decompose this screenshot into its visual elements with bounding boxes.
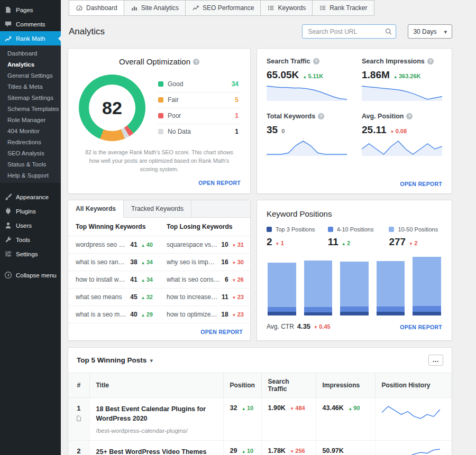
- winning-keyword-item[interactable]: how to install wordp... 41 34: [68, 271, 159, 288]
- winning-keyword-item[interactable]: what is a seo mana... 40 29: [68, 306, 159, 323]
- line-chart-icon: [192, 4, 199, 12]
- sidebar-item-tools[interactable]: Tools: [0, 233, 61, 247]
- metric-value: 25.11: [362, 124, 387, 136]
- sidebar-item-comments[interactable]: Comments: [0, 17, 61, 31]
- post-title-link[interactable]: 18 Best Event Calendar Plugins for WordP…: [96, 404, 217, 423]
- submenu-item-analytics[interactable]: Analytics: [0, 59, 61, 70]
- winning-keyword-item[interactable]: what seo means 45 32: [68, 289, 159, 305]
- winning-keyword-item[interactable]: wordpress seo servi... 41 40: [68, 236, 159, 253]
- tab-seo-performance[interactable]: SEO Performance: [186, 0, 261, 16]
- submenu-item-status-tools[interactable]: Status & Tools: [0, 159, 61, 170]
- losing-keyword-item[interactable]: how to optimize seo 18 23: [159, 306, 250, 323]
- chevron-down-icon: [444, 28, 447, 35]
- collapse-menu-button[interactable]: Collapse menu: [0, 268, 61, 282]
- col-header-impressions: Impressions: [316, 373, 375, 398]
- keyword-delta: 29: [141, 311, 153, 318]
- keyword-delta: 23: [232, 311, 244, 318]
- keyword-delta: 34: [141, 276, 153, 283]
- position-bar[interactable]: [377, 261, 405, 315]
- submenu-item-general-settings[interactable]: General Settings: [0, 70, 61, 81]
- keyword-positions-bar-chart: [267, 256, 442, 315]
- chart-description: 82 is the average Rank Math's SEO score.…: [78, 148, 241, 173]
- search-icon[interactable]: [385, 27, 392, 35]
- sidebar-item-settings[interactable]: Settings: [0, 247, 61, 261]
- position-bar[interactable]: [413, 257, 441, 315]
- tab-label: SEO Performance: [203, 4, 254, 12]
- metric-delta: 0.08: [390, 128, 407, 134]
- submenu-item-redirections[interactable]: Redirections: [0, 136, 61, 147]
- metric-label: Total Keywords: [267, 113, 315, 120]
- legend-row-no-data: No Data 1: [157, 124, 240, 140]
- winning-posts-title: Top 5 Winning Posts: [77, 356, 147, 364]
- tab-dashboard[interactable]: Dashboard: [69, 0, 124, 16]
- help-icon[interactable]: [193, 59, 199, 65]
- sparkline-chart: [267, 139, 347, 156]
- sidebar-item-plugins[interactable]: Plugins: [0, 204, 61, 218]
- help-icon[interactable]: [427, 58, 434, 64]
- sidebar-item-rank-math[interactable]: Rank Math: [0, 31, 61, 45]
- seo-score-value: 82: [79, 75, 145, 141]
- legend-label: 4-10 Positions: [337, 226, 374, 233]
- submenu-item-sitemap-settings[interactable]: Sitemap Settings: [0, 92, 61, 103]
- help-icon[interactable]: [313, 58, 319, 64]
- position-bar[interactable]: [304, 261, 333, 315]
- search-input[interactable]: [302, 24, 396, 39]
- open-report-link[interactable]: OPEN REPORT: [400, 324, 442, 330]
- sidebar-item-label: Pages: [16, 7, 33, 13]
- position-bar[interactable]: [268, 263, 296, 315]
- help-icon[interactable]: [406, 113, 413, 119]
- sidebar-item-pages[interactable]: Pages: [0, 3, 61, 17]
- legend-value: 1: [235, 128, 239, 135]
- tab-rank-tracker[interactable]: Rank Tracker: [313, 0, 374, 16]
- open-report-link[interactable]: OPEN REPORT: [400, 181, 442, 187]
- date-range-select[interactable]: 30 Days: [408, 24, 452, 39]
- submenu-item-dashboard[interactable]: Dashboard: [0, 48, 61, 59]
- losing-keyword-item[interactable]: why seo is importan... 16 30: [159, 254, 250, 271]
- app-window: Pages Comments Rank Math Dashboard Analy…: [0, 0, 476, 455]
- post-traffic: 1.78K: [268, 447, 286, 454]
- losing-keyword-item[interactable]: squarespace vs wor... 10 31: [159, 236, 250, 253]
- keyword-position: 41: [130, 276, 137, 283]
- winning-keyword-item[interactable]: what is seo ranking 38 34: [68, 254, 159, 271]
- post-title-link[interactable]: 25+ Best WordPress Video Themes for 2020…: [96, 447, 217, 455]
- keyword-position: 40: [130, 311, 137, 318]
- submenu-item-titles-meta[interactable]: Titles & Meta: [0, 81, 61, 92]
- help-icon[interactable]: [318, 113, 324, 119]
- traffic-metrics-card: Search Traffic 65.05K5.11K Search Impres…: [257, 48, 452, 194]
- avg-ctr-delta: 0.45: [314, 323, 331, 330]
- submenu-item-404-monitor[interactable]: 404 Monitor: [0, 125, 61, 136]
- keyword-row: what is a seo mana... 40 29 how to optim…: [68, 306, 250, 323]
- tab-keywords[interactable]: Keywords: [261, 0, 313, 16]
- keyword-text: why seo is importan...: [167, 258, 218, 266]
- sidebar-item-appearance[interactable]: Appearance: [0, 190, 61, 204]
- tab-site-analytics[interactable]: Site Analytics: [124, 0, 186, 16]
- submenu-item-help-support[interactable]: Help & Support: [0, 170, 61, 181]
- ellipsis-icon: [433, 356, 438, 364]
- tab-tracked-keywords[interactable]: Tracked Keywords: [124, 200, 191, 217]
- losing-keyword-item[interactable]: what is seo consulting 6 26: [159, 271, 250, 288]
- legend-label: Poor: [168, 112, 181, 119]
- metric-value: 1.86M: [362, 69, 390, 81]
- losing-keywords-header: Top Losing Keywords: [159, 218, 250, 236]
- post-position-delta: 10: [242, 405, 253, 411]
- open-report-link[interactable]: OPEN REPORT: [198, 180, 241, 186]
- top-tabs: Dashboard Site Analytics SEO Performance…: [69, 0, 452, 16]
- losing-keyword-item[interactable]: how to increase seo ... 11 23: [159, 289, 250, 305]
- legend-row-fair: Fair 5: [157, 92, 240, 108]
- legend-value: 1: [235, 112, 239, 119]
- sparkline-chart: [267, 84, 347, 101]
- open-report-link[interactable]: OPEN REPORT: [200, 329, 243, 335]
- post-row: 2 25+ Best WordPress Video Themes for 20…: [68, 440, 452, 455]
- chevron-down-icon[interactable]: [150, 357, 153, 364]
- position-bar[interactable]: [340, 262, 369, 315]
- tab-all-keywords[interactable]: All Keywords: [68, 200, 124, 218]
- keyword-position: 45: [130, 293, 137, 301]
- submenu-item-role-manager[interactable]: Role Manager: [0, 114, 61, 125]
- submenu-item-seo-analysis[interactable]: SEO Analysis: [0, 147, 61, 159]
- sidebar-item-users[interactable]: Users: [0, 218, 61, 233]
- bulleted-list-icon: [267, 4, 274, 12]
- settings-icon: [4, 250, 12, 258]
- card-title: Overall Optimization: [119, 57, 190, 66]
- more-options-button[interactable]: [428, 355, 443, 366]
- submenu-item-schema-templates[interactable]: Schema Templates: [0, 103, 61, 114]
